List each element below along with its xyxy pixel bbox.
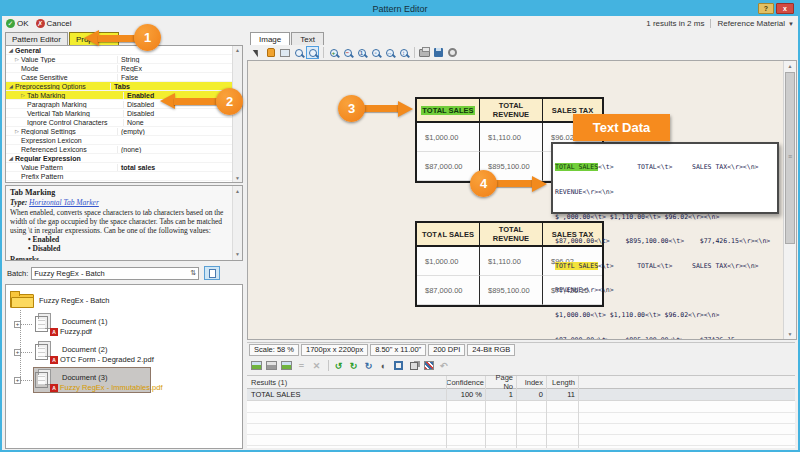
cancel-button[interactable]: ✗ Cancel: [36, 19, 72, 28]
tab-text[interactable]: Text: [291, 32, 324, 45]
dpi-value: 200 DPI: [428, 344, 465, 356]
zoom-in-icon[interactable]: +: [327, 46, 340, 59]
snapshot-icon[interactable]: [278, 46, 291, 59]
column-length[interactable]: Length: [546, 378, 578, 387]
tree-item-document-1[interactable]: + Document (1) AFuzzy.pdf: [6, 311, 236, 339]
edit-image-icon[interactable]: [280, 359, 293, 372]
crop-icon[interactable]: [392, 359, 405, 372]
exact-match-highlight: TOTAL SALES: [555, 163, 598, 171]
property-row-value-pattern[interactable]: Value Patterntotal sales: [6, 163, 242, 172]
property-row-expression-lexicon[interactable]: Expression Lexicon: [6, 136, 242, 145]
invert-colors-icon[interactable]: ◐: [377, 359, 390, 372]
help-scrollbar[interactable]: ▲▼: [232, 186, 242, 260]
zoom-out-icon[interactable]: −: [341, 46, 354, 59]
compare-icon[interactable]: =: [295, 359, 308, 372]
expander-icon[interactable]: ◢: [7, 155, 15, 161]
pdf-icon: A: [50, 356, 58, 364]
property-row-regional-settings[interactable]: ▷Regional Settings(empty): [6, 127, 242, 136]
scroll-up-icon[interactable]: ▲: [784, 63, 796, 69]
property-row-ignore-control-characters[interactable]: Ignore Control CharactersNone: [6, 118, 242, 127]
batch-label: Batch:: [7, 269, 28, 278]
delete-icon[interactable]: ✕: [310, 359, 323, 372]
zoom-actual-icon[interactable]: 1: [355, 46, 368, 59]
tab-pattern-editor[interactable]: Pattern Editor: [5, 32, 68, 45]
clone-icon[interactable]: [407, 359, 420, 372]
page-size: 8.50" x 11.00": [370, 344, 426, 356]
reference-material-dropdown[interactable]: Reference Material▼: [717, 19, 794, 28]
property-group-general[interactable]: ◢General: [6, 46, 242, 55]
print-icon[interactable]: [418, 46, 431, 59]
results-header-row: Results (1) Confidence Page No Index Len…: [247, 376, 795, 389]
column-index[interactable]: Index: [516, 378, 546, 387]
property-group-preprocessing-options[interactable]: ◢Preprocessing OptionsTabs: [6, 82, 242, 91]
tab-image[interactable]: Image: [250, 32, 290, 45]
property-row-value-type[interactable]: ▷Value TypeString: [6, 55, 242, 64]
batch-sort-icon[interactable]: ⇅: [190, 269, 196, 277]
document-image-viewport[interactable]: TOTAL SALES TOTAL REVENUE SALES TAX $1,0…: [247, 60, 797, 340]
results-status: 1 results in 2 ms: [646, 19, 704, 28]
open-batch-button[interactable]: [204, 266, 220, 280]
batch-tree: Fuzzy RegEx - Batch + Document (1) AFuzz…: [5, 284, 243, 449]
expander-icon[interactable]: ◢: [7, 47, 15, 53]
property-row-prefix-pattern[interactable]: Prefix Pattern: [6, 172, 242, 181]
tree-root-label[interactable]: Fuzzy RegEx - Batch: [39, 296, 109, 305]
column-page-no[interactable]: Page No: [485, 373, 516, 391]
chevron-down-icon: ▼: [788, 21, 794, 27]
scroll-down-icon[interactable]: ▼: [784, 331, 796, 337]
property-row-vertical-tab-marking[interactable]: Vertical Tab MarkingDisabled: [6, 109, 242, 118]
scroll-down-icon[interactable]: ▼: [233, 175, 242, 181]
column-confidence[interactable]: Confidence: [446, 378, 485, 387]
pdf-icon: A: [50, 384, 58, 392]
scroll-up-icon[interactable]: ▲: [233, 47, 242, 53]
color-depth: 24-Bit RGB: [467, 344, 515, 356]
pointer-icon[interactable]: [250, 46, 263, 59]
property-row-mode[interactable]: ModeRegEx: [6, 64, 242, 73]
filter-icon[interactable]: [422, 359, 435, 372]
batch-combobox[interactable]: Fuzzy RegEx - Batch ⇅: [31, 267, 199, 280]
expander-icon[interactable]: ▷: [19, 92, 27, 98]
tree-item-document-2[interactable]: + Document (2) AOTC Form - Degraded 2.pd…: [6, 339, 236, 367]
property-row-case-sensitive[interactable]: Case SensitiveFalse: [6, 73, 242, 82]
rotate-left-icon[interactable]: ↺: [332, 359, 345, 372]
expander-icon[interactable]: ▷: [13, 56, 21, 62]
expander-icon[interactable]: ▷: [13, 128, 21, 134]
help-type-link[interactable]: Horizontal Tab Marker: [29, 198, 99, 207]
zoom-page-icon[interactable]: [306, 46, 319, 59]
ok-button[interactable]: ✓ OK: [6, 19, 29, 28]
actual-size-icon[interactable]: [265, 359, 278, 372]
save-icon[interactable]: [432, 46, 445, 59]
expander-icon[interactable]: ◢: [7, 83, 15, 89]
zoom-selection-icon[interactable]: [292, 46, 305, 59]
image-vertical-scrollbar[interactable]: ▲ ▼: [783, 61, 796, 339]
callout-badge-2: 2: [216, 88, 243, 115]
callout-arrow-4: [532, 176, 547, 192]
pan-hand-icon[interactable]: [264, 46, 277, 59]
fit-image-icon[interactable]: [250, 359, 263, 372]
tree-expand-icon[interactable]: +: [14, 349, 21, 356]
results-header[interactable]: Results (1): [247, 378, 446, 387]
main-toolbar: ✓ OK ✗ Cancel 1 results in 2 ms Referenc…: [2, 16, 798, 31]
zoom-width-icon[interactable]: ↔: [383, 46, 396, 59]
scroll-up-icon[interactable]: ▲: [233, 187, 242, 196]
title-bar[interactable]: Pattern Editor ? x: [2, 2, 798, 16]
tree-expand-icon[interactable]: +: [14, 377, 21, 384]
callout-badge-1: 1: [134, 24, 161, 51]
callout-badge-4: 4: [470, 170, 497, 197]
tree-expand-icon[interactable]: +: [14, 321, 21, 328]
results-grid: Results (1) Confidence Page No Index Len…: [247, 375, 795, 448]
rotate-right-icon[interactable]: ↻: [347, 359, 360, 372]
property-group-regular-expression[interactable]: ◢Regular Expression: [6, 154, 242, 163]
refresh-icon[interactable]: ↻: [362, 359, 375, 372]
undo-icon[interactable]: ↶: [437, 359, 450, 372]
scrollbar-thumb[interactable]: [785, 72, 795, 244]
help-button[interactable]: ?: [758, 3, 774, 14]
zoom-fit-icon[interactable]: ▫: [369, 46, 382, 59]
tree-item-document-3[interactable]: + Document (3) AFuzzy RegEx - Immutables…: [6, 367, 236, 395]
scroll-down-icon[interactable]: ▼: [233, 250, 242, 259]
table-header-total-sales: TOTAL SALES: [417, 99, 480, 123]
result-row[interactable]: TOTAL SALES 100 % 1 0 11: [247, 389, 795, 401]
zoom-height-icon[interactable]: ↕: [397, 46, 410, 59]
close-button[interactable]: x: [776, 3, 794, 14]
settings-icon[interactable]: [446, 46, 459, 59]
property-row-referenced-lexicons[interactable]: Referenced Lexicons(none): [6, 145, 242, 154]
